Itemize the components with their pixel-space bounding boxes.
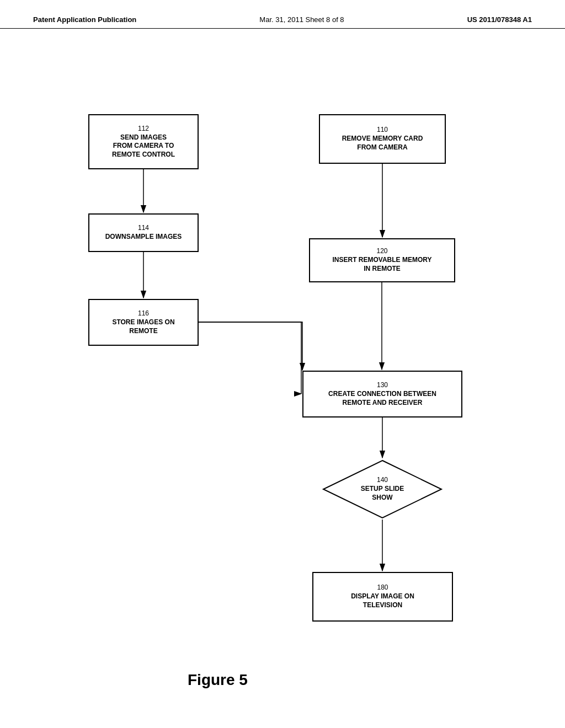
box-114-text: DOWNSAMPLE IMAGES — [105, 233, 182, 242]
arrows-overlay — [0, 29, 565, 690]
box-130-text: CREATE CONNECTION BETWEENREMOTE AND RECE… — [328, 390, 436, 407]
box-140-text: SETUP SLIDESHOW — [361, 485, 404, 502]
header-patent-num: US 2011/078348 A1 — [467, 15, 532, 24]
box-130: 130 CREATE CONNECTION BETWEENREMOTE AND … — [302, 371, 462, 417]
box-180-num: 180 — [377, 584, 388, 591]
box-112-num: 112 — [138, 125, 149, 132]
header-publication: Patent Application Publication — [33, 15, 136, 24]
box-130-num: 130 — [377, 381, 388, 389]
box-110-text: REMOVE MEMORY CARDFROM CAMERA — [342, 135, 423, 152]
box-120: 120 INSERT REMOVABLE MEMORYIN REMOTE — [309, 238, 455, 282]
box-110: 110 REMOVE MEMORY CARDFROM CAMERA — [319, 114, 446, 164]
box-140-num: 140 — [377, 476, 388, 484]
page-header: Patent Application Publication Mar. 31, … — [0, 0, 565, 29]
diagram-area: 110 REMOVE MEMORY CARDFROM CAMERA 112 SE… — [0, 29, 565, 690]
box-110-num: 110 — [377, 126, 388, 133]
figure-label: Figure 5 — [188, 671, 248, 689]
box-114: 114 DOWNSAMPLE IMAGES — [88, 213, 199, 252]
box-114-num: 114 — [138, 224, 149, 232]
box-120-text: INSERT REMOVABLE MEMORYIN REMOTE — [332, 256, 431, 273]
box-180: 180 DISPLAY IMAGE ONTELEVISION — [312, 572, 453, 622]
box-116: 116 STORE IMAGES ONREMOTE — [88, 299, 199, 346]
box-116-num: 116 — [138, 309, 149, 317]
box-140-diamond: 140 SETUP SLIDESHOW — [322, 459, 443, 520]
box-120-num: 120 — [376, 247, 387, 255]
box-116-text: STORE IMAGES ONREMOTE — [112, 318, 174, 335]
box-112-text: SEND IMAGESFROM CAMERA TOREMOTE CONTROL — [112, 133, 175, 159]
box-180-text: DISPLAY IMAGE ONTELEVISION — [351, 592, 414, 609]
header-date-sheet: Mar. 31, 2011 Sheet 8 of 8 — [259, 15, 344, 24]
box-112: 112 SEND IMAGESFROM CAMERA TOREMOTE CONT… — [88, 114, 199, 169]
